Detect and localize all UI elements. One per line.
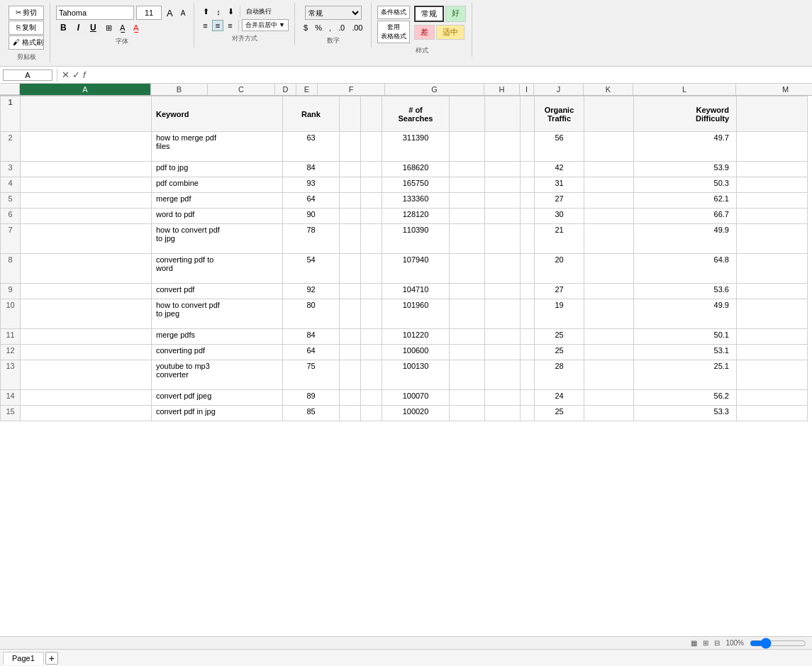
cell-difficulty-14[interactable]: 56.2 [634, 390, 737, 406]
cell-rank-5[interactable]: 64 [283, 193, 340, 209]
header-searches[interactable]: # of Searches [382, 96, 450, 132]
cell-keyword-15[interactable]: convert pdf in jpg [152, 406, 283, 421]
empty-h6[interactable] [485, 209, 521, 224]
header-difficulty[interactable]: Keyword Difficulty [634, 96, 737, 132]
cell-searches-7[interactable]: 110390 [382, 224, 450, 254]
empty-h15[interactable] [485, 406, 521, 421]
empty-d5[interactable] [340, 193, 361, 209]
cancel-formula-icon[interactable]: ✕ [62, 70, 69, 80]
align-right-button[interactable]: ≡ [225, 20, 235, 31]
cell-searches-13[interactable]: 100130 [382, 360, 450, 390]
formula-input[interactable] [89, 70, 809, 80]
cell-organic-7[interactable]: 21 [535, 224, 584, 254]
empty-a3[interactable] [21, 162, 152, 177]
empty-g9[interactable] [450, 284, 485, 299]
empty-k7[interactable] [584, 224, 634, 254]
underline-button[interactable]: U [86, 21, 101, 34]
italic-button[interactable]: I [73, 21, 84, 34]
empty-d9[interactable] [340, 284, 361, 299]
empty-e1[interactable] [361, 96, 382, 132]
empty-a6[interactable] [21, 209, 152, 224]
empty-a10[interactable] [21, 299, 152, 329]
empty-g13[interactable] [450, 360, 485, 390]
cell-organic-12[interactable]: 25 [535, 345, 584, 360]
empty-g12[interactable] [450, 345, 485, 360]
empty-i6[interactable] [521, 209, 535, 224]
cell-organic-13[interactable]: 28 [535, 360, 584, 390]
empty-d4[interactable] [340, 177, 361, 193]
percent-button[interactable]: % [312, 22, 325, 33]
cell-organic-14[interactable]: 24 [535, 390, 584, 406]
col-header-d[interactable]: D [275, 84, 296, 95]
currency-button[interactable]: $ [301, 22, 311, 33]
cell-searches-11[interactable]: 101220 [382, 329, 450, 345]
empty-i1[interactable] [521, 96, 535, 132]
empty-i10[interactable] [521, 299, 535, 329]
empty-e8[interactable] [361, 254, 382, 284]
empty-h13[interactable] [485, 360, 521, 390]
empty-a7[interactable] [21, 224, 152, 254]
cell-keyword-11[interactable]: merge pdfs [152, 329, 283, 345]
cell-keyword-8[interactable]: converting pdf to word [152, 254, 283, 284]
align-bottom-button[interactable]: ⬇ [225, 6, 237, 18]
empty-a4[interactable] [21, 177, 152, 193]
cell-organic-11[interactable]: 25 [535, 329, 584, 345]
cell-rank-8[interactable]: 54 [283, 254, 340, 284]
empty-k6[interactable] [584, 209, 634, 224]
cell-difficulty-10[interactable]: 49.9 [634, 299, 737, 329]
empty-h12[interactable] [485, 345, 521, 360]
cell-searches-9[interactable]: 104710 [382, 284, 450, 299]
empty-g4[interactable] [450, 177, 485, 193]
cell-searches-8[interactable]: 107940 [382, 254, 450, 284]
decrease-font-button[interactable]: A [178, 8, 189, 18]
cell-keyword-6[interactable]: word to pdf [152, 209, 283, 224]
empty-m3[interactable] [737, 162, 808, 177]
empty-k11[interactable] [584, 329, 634, 345]
empty-i3[interactable] [521, 162, 535, 177]
empty-i8[interactable] [521, 254, 535, 284]
empty-h2[interactable] [485, 132, 521, 162]
cell-searches-5[interactable]: 133360 [382, 193, 450, 209]
empty-i7[interactable] [521, 224, 535, 254]
empty-i12[interactable] [521, 345, 535, 360]
empty-m12[interactable] [737, 345, 808, 360]
cell-searches-12[interactable]: 100600 [382, 345, 450, 360]
empty-e9[interactable] [361, 284, 382, 299]
empty-h8[interactable] [485, 254, 521, 284]
copy-button[interactable]: ⎘ 复制 [9, 21, 44, 35]
empty-g3[interactable] [450, 162, 485, 177]
empty-d10[interactable] [340, 299, 361, 329]
empty-d2[interactable] [340, 132, 361, 162]
insert-function-icon[interactable]: f [83, 70, 86, 80]
empty-m6[interactable] [737, 209, 808, 224]
empty-h10[interactable] [485, 299, 521, 329]
align-top-button[interactable]: ⬆ [200, 6, 212, 18]
cell-difficulty-7[interactable]: 49.9 [634, 224, 737, 254]
cell-keyword-3[interactable]: pdf to jpg [152, 162, 283, 177]
empty-d11[interactable] [340, 329, 361, 345]
empty-e10[interactable] [361, 299, 382, 329]
empty-e13[interactable] [361, 360, 382, 390]
align-center-button[interactable]: ≡ [212, 20, 223, 31]
cell-keyword-2[interactable]: how to merge pdf files [152, 132, 283, 162]
col-header-f[interactable]: F [318, 84, 385, 95]
cell-keyword-7[interactable]: how to convert pdf to jpg [152, 224, 283, 254]
header-keyword[interactable]: Keyword [152, 96, 283, 132]
increase-decimal-button[interactable]: .0 [335, 22, 347, 33]
style-bad[interactable]: 差 [414, 25, 435, 40]
merge-center-button[interactable]: 合并后居中 ▼ [242, 19, 289, 31]
empty-a11[interactable] [21, 329, 152, 345]
cell-rank-9[interactable]: 92 [283, 284, 340, 299]
cell-rank-4[interactable]: 93 [283, 177, 340, 193]
empty-m13[interactable] [737, 360, 808, 390]
empty-d6[interactable] [340, 209, 361, 224]
cell-searches-14[interactable]: 100070 [382, 390, 450, 406]
empty-d15[interactable] [340, 406, 361, 421]
col-header-h[interactable]: H [484, 84, 520, 95]
empty-a13[interactable] [21, 360, 152, 390]
header-rank[interactable]: Rank [283, 96, 340, 132]
empty-k15[interactable] [584, 406, 634, 421]
empty-k1[interactable] [584, 96, 634, 132]
empty-h3[interactable] [485, 162, 521, 177]
cut-button[interactable]: ✂ 剪切 [9, 6, 44, 20]
